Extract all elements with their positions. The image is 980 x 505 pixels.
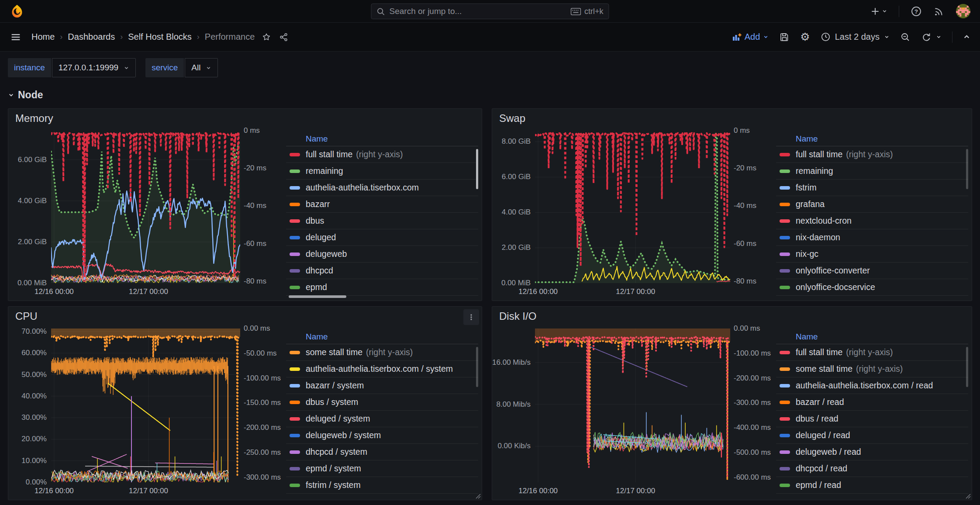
y-axis-tick-right: 0.00 ms [734, 324, 760, 333]
legend-item[interactable]: postgresql [776, 296, 968, 299]
legend-item[interactable]: fstrim / system [286, 477, 478, 494]
panel-title[interactable]: Disk I/O [499, 310, 536, 322]
legend-item[interactable]: remaining [286, 163, 478, 180]
legend-item[interactable]: deluged / system [286, 411, 478, 427]
y-axis-tick-right: -60 ms [244, 239, 266, 248]
legend: Namesome stall time(right y-axis)autheli… [286, 329, 478, 498]
legend-scrollbar[interactable] [966, 149, 968, 189]
legend-item[interactable]: fstrim [776, 180, 968, 196]
chevron-down-icon [884, 34, 890, 40]
search-placeholder: Search or jump to... [390, 7, 566, 16]
series-name: dbus / read [796, 414, 839, 424]
legend-item[interactable]: dbus / system [286, 394, 478, 411]
legend-item[interactable]: some stall time(right y-axis) [776, 361, 968, 377]
panel-title[interactable]: Memory [15, 112, 53, 125]
legend-item[interactable]: dbus [286, 213, 478, 229]
variable-select-service[interactable]: All [185, 58, 218, 77]
save-dashboard-button[interactable] [779, 32, 790, 42]
legend-item[interactable]: delugeweb / read [776, 444, 968, 460]
chart-plot[interactable] [51, 329, 240, 482]
dashboard-settings-button[interactable]: ⚙ [800, 31, 810, 42]
legend-name-column[interactable]: Name [796, 134, 818, 144]
legend-item[interactable]: delugeweb [286, 246, 478, 263]
legend-scrollbar[interactable] [476, 347, 478, 387]
legend-item[interactable]: full stall time(right y-axis) [776, 344, 968, 361]
series-color-swatch [290, 169, 300, 173]
variable-select-instance[interactable]: 127.0.0.1:19999 [52, 58, 136, 77]
legend-item[interactable]: delugeweb / system [286, 427, 478, 444]
favorite-button[interactable] [262, 32, 271, 42]
time-range-picker[interactable]: Last 2 days [821, 32, 890, 42]
legend-item[interactable]: dhcpcd / read [776, 460, 968, 477]
y-axis-tick-right: -200.00 ms [244, 423, 281, 432]
legend-item[interactable]: grafana / system [286, 494, 478, 498]
legend-header: Name [286, 131, 478, 146]
legend-item[interactable]: epmd / system [286, 460, 478, 477]
avatar[interactable] [956, 4, 970, 18]
help-button[interactable]: ? [911, 6, 922, 17]
legend-item[interactable]: bazarr / read [776, 394, 968, 411]
legend-item[interactable]: some stall time(right y-axis) [286, 344, 478, 361]
legend-item[interactable]: onlyoffice-docservice [776, 279, 968, 296]
legend-item[interactable]: dbus / read [776, 411, 968, 427]
zoom-out-button[interactable] [900, 32, 911, 42]
legend-item[interactable]: dhcpcd / system [286, 444, 478, 460]
section-node-toggle[interactable]: Node [8, 87, 972, 102]
chart-plot[interactable] [51, 131, 240, 283]
legend-item[interactable]: authelia-authelia.tiserbox.com / system [286, 361, 478, 377]
legend-scrollbar[interactable] [966, 347, 968, 387]
refresh-icon [921, 32, 932, 42]
legend-item[interactable]: fstrim / read [776, 494, 968, 498]
add-panel-button[interactable]: Add [732, 32, 769, 42]
breadcrumb-folder[interactable]: Self Host Blocks [128, 32, 192, 42]
legend-item[interactable]: deluged [286, 229, 478, 246]
legend-item[interactable]: remaining [776, 163, 968, 180]
chevron-up-icon [963, 33, 970, 41]
legend-item[interactable]: nextcloud-cron [776, 213, 968, 229]
chevron-down-icon [8, 92, 14, 98]
legend-item[interactable]: authelia-authelia.tiserbox.com / read [776, 377, 968, 394]
legend-h-scrollbar[interactable] [289, 295, 346, 298]
legend-name-column[interactable]: Name [306, 332, 328, 342]
breadcrumb-dashboards[interactable]: Dashboards [68, 32, 115, 42]
mega-menu-toggle[interactable] [10, 31, 22, 43]
chart-plot[interactable] [535, 131, 730, 283]
legend-item[interactable]: epmd / read [776, 477, 968, 494]
legend-item[interactable]: epmd [286, 279, 478, 296]
legend-item[interactable]: authelia-authelia.tiserbox.com [286, 180, 478, 196]
series-color-swatch [290, 467, 300, 470]
legend-item[interactable]: deluged / read [776, 427, 968, 444]
search-input[interactable]: Search or jump to... ctrl+k [371, 3, 609, 19]
share-button[interactable] [279, 32, 289, 42]
chart-plot[interactable] [535, 329, 730, 482]
panel-resize-handle[interactable] [475, 493, 481, 499]
legend-item[interactable]: dhcpcd [286, 263, 478, 279]
legend-item[interactable]: full stall time(right y-axis) [286, 146, 478, 163]
breadcrumb-home[interactable]: Home [31, 32, 55, 42]
refresh-button[interactable] [921, 32, 932, 42]
legend-item[interactable]: onlyoffice-converter [776, 263, 968, 279]
series-color-swatch [290, 203, 300, 206]
refresh-interval-button[interactable] [936, 34, 942, 40]
legend-item[interactable]: full stall time(right y-axis) [776, 146, 968, 163]
legend-name-column[interactable]: Name [306, 134, 328, 144]
legend-item[interactable]: bazarr / system [286, 377, 478, 394]
y-axis-tick-right: -40 ms [734, 201, 756, 210]
legend-name-column[interactable]: Name [796, 332, 818, 342]
panel-menu-button[interactable] [463, 309, 479, 325]
panel-resize-handle[interactable] [965, 493, 971, 499]
x-axis-tick: 12/16 00:00 [35, 287, 74, 296]
grafana-logo[interactable] [10, 4, 24, 19]
news-button[interactable] [933, 6, 945, 17]
collapse-toolbar-button[interactable] [963, 33, 970, 41]
panel-title[interactable]: CPU [15, 310, 38, 322]
new-menu-button[interactable] [870, 7, 887, 16]
legend-item[interactable]: nix-daemon [776, 229, 968, 246]
legend-item[interactable]: bazarr [286, 196, 478, 213]
panel-title[interactable]: Swap [499, 112, 525, 125]
y-axis-tick-right: -50.00 ms [244, 349, 277, 358]
legend-item[interactable]: grafana [776, 196, 968, 213]
legend-scrollbar[interactable] [476, 149, 478, 189]
legend-item[interactable]: nix-gc [776, 246, 968, 263]
divider [952, 31, 952, 43]
